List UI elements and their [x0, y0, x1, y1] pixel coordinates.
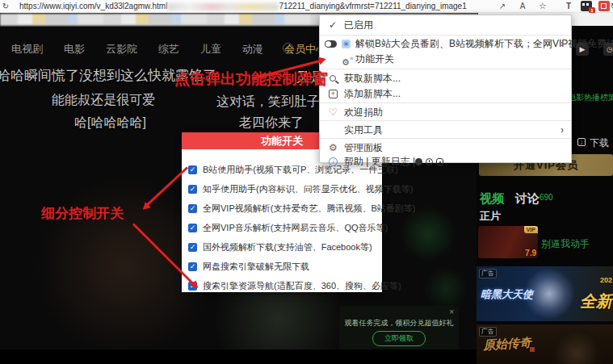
reward-toast: × 观看任务完成，领积分兑超值好礼 立即领取: [339, 306, 459, 349]
discuss-count-badge: 690: [540, 193, 553, 202]
menu-item-add-script[interactable]: + 添加新脚本...: [320, 87, 571, 101]
ad-silhouette: [548, 329, 605, 364]
switch-row[interactable]: ✓全网VIP音乐解析(支持网易云音乐、QQ音乐等): [188, 221, 388, 234]
danmaku-comment: 这对话，笑到肚子: [216, 94, 320, 111]
download-icon[interactable]: ↓: [577, 138, 586, 146]
ad-game-title: 暗黑大天使: [481, 287, 533, 302]
search-icon: [330, 75, 336, 82]
nav-item-anime[interactable]: 动漫: [242, 42, 263, 56]
menu-item-label: 功能开关: [355, 52, 394, 66]
read-aloud-icon[interactable]: A: [517, 1, 528, 11]
tampermonkey-icon[interactable]: 1: [581, 1, 592, 11]
checkbox-checked-icon[interactable]: ✓: [188, 165, 197, 174]
ad-seal-mark: [530, 347, 535, 352]
switch-row[interactable]: ✓国外视频解析下载(支持油管、Facebook等): [188, 241, 372, 253]
menu-item-label: 管理面板: [344, 141, 383, 155]
checkbox-checked-icon[interactable]: ✓: [188, 243, 197, 252]
annotation-switch-hint: 细分控制开关: [41, 204, 124, 223]
ad-banner-legend[interactable]: 广告 原始传奇: [477, 324, 613, 364]
tab-discuss[interactable]: 讨论: [515, 191, 540, 207]
ad-tag: 广告: [479, 327, 497, 337]
nav-item-cloud-cinema[interactable]: 云影院: [106, 42, 137, 56]
screen: ↻ https://www.iqiyi.com/v_kd33l2agmw.htm…: [0, 0, 613, 364]
vip-badge: VIP: [524, 226, 538, 233]
switch-row[interactable]: ✓网盘搜索引擎破解无限下载: [188, 260, 309, 273]
nav-item-kids[interactable]: 儿童: [200, 42, 221, 56]
switch-label: 网盘搜索引擎破解无限下载: [203, 261, 309, 273]
plus-square-icon: +: [329, 90, 338, 98]
download-button[interactable]: 下载: [590, 136, 609, 150]
github-icon[interactable]: [415, 158, 422, 165]
favorites-icon[interactable]: ☆: [537, 1, 548, 11]
script-name-label: 解锁B站大会员番剧、B站视频解析下载；全网VIP视频免费破...: [355, 37, 613, 51]
checkbox-checked-icon[interactable]: ✓: [188, 224, 197, 232]
movie-thumbnail[interactable]: VIP 7.9: [478, 226, 538, 258]
claim-button[interactable]: 立即领取: [372, 331, 426, 346]
danmaku-comment: 哈[哈哈哈哈]: [74, 115, 146, 132]
nav-chevron-down-icon[interactable]: ˅: [283, 43, 293, 53]
menu-item-help[interactable]: i 帮助 | 更新日志 |: [320, 155, 571, 169]
ad-banner-dark-angel[interactable]: 广告 暗黑大天使 全新 202: [477, 266, 613, 321]
site-nav: 电视剧 电影 云影院 综艺 儿童 动漫 会员中心: [11, 42, 326, 56]
scene-bokeh-2: [424, 266, 468, 311]
share-icon[interactable]: ↗: [497, 1, 508, 11]
check-icon: ✓: [329, 19, 337, 32]
rating-value: 7.9: [525, 249, 536, 257]
menu-item-label: 获取新脚本...: [344, 72, 401, 86]
hot-rank-link[interactable]: 电影热播榜第: [568, 92, 613, 103]
menu-item-donate[interactable]: ♡ 欢迎捐助: [320, 106, 571, 119]
annotation-popup-hint: 点击弹出功能控制弹窗: [174, 69, 328, 90]
gear-icon: ⚙: [329, 141, 338, 155]
ad-tag: 广告: [479, 269, 497, 278]
browser-address-bar[interactable]: ↻ https://www.iqiyi.com/v_kd33l2agmw.htm…: [0, 0, 613, 13]
switch-label: 搜索引擎资源导航(适配百度、360、搜狗、必应等): [203, 280, 401, 292]
gears-icon: ⚙: [342, 53, 352, 69]
toast-text: 观看任务完成，领积分兑超值好礼: [339, 318, 459, 328]
switch-row[interactable]: ✓全网VIP视频解析(支持爱奇艺、腾讯视频、B站番剧等): [188, 202, 415, 215]
ad-game-title: 原始传奇: [482, 335, 531, 354]
userscript-icon: ✳: [342, 40, 351, 48]
collections-icon[interactable]: ↻: [608, 1, 613, 11]
switch-row[interactable]: ✓知乎使用助手(内容标识、问答显示优化、视频下载等): [188, 182, 413, 195]
section-title: 正片: [480, 209, 501, 224]
heart-icon: ♡: [329, 106, 338, 119]
nav-item-variety[interactable]: 综艺: [158, 42, 179, 56]
switch-label: 全网VIP音乐解析(支持网易云音乐、QQ音乐等): [203, 222, 388, 234]
close-icon[interactable]: ×: [449, 308, 454, 316]
url-censored-blur: [167, 3, 279, 10]
nav-item-tv[interactable]: 电视剧: [11, 42, 43, 56]
switch-label: 国外视频解析下载(支持油管、Facebook等): [203, 241, 372, 253]
help-changelog-label: 帮助 | 更新日志 |: [344, 155, 415, 169]
extension-t-icon[interactable]: T: [563, 1, 574, 11]
menu-item-label: 实用工具: [344, 123, 383, 137]
ad-corner-text: 202: [600, 276, 612, 284]
tampermonkey-menu: ✓ 已启用 ✳ 解锁B站大会员番剧、B站视频解析下载；全网VIP视频免费破...…: [319, 15, 572, 163]
menu-item-script[interactable]: ✳ 解锁B站大会员番剧、B站视频解析下载；全网VIP视频免费破... ›: [320, 37, 571, 51]
checkbox-checked-icon[interactable]: ✓: [188, 185, 197, 194]
tab-video[interactable]: 视频: [480, 191, 504, 207]
ad-big-text: 全新: [580, 291, 612, 312]
switch-row[interactable]: ✓搜索引擎资源导航(适配百度、360、搜狗、必应等): [188, 279, 401, 292]
movie-title-link[interactable]: 别逼我动手: [541, 237, 590, 251]
info-icon: i: [329, 157, 338, 166]
checkbox-checked-icon[interactable]: ✓: [188, 262, 197, 271]
menu-item-label: 添加新脚本...: [344, 87, 401, 101]
submenu-chevron-icon: ›: [561, 37, 564, 51]
reload-icon[interactable]: ↻: [0, 1, 11, 11]
checkbox-checked-icon[interactable]: ✓: [188, 204, 197, 213]
menu-item-dashboard[interactable]: ⚙ 管理面板: [320, 141, 571, 155]
switch-label: 知乎使用助手(内容标识、问答显示优化、视频下载等): [203, 183, 413, 195]
history-icon[interactable]: [426, 158, 433, 165]
menu-item-label: 已启用: [344, 19, 373, 32]
url-text[interactable]: https://www.iqiyi.com/v_kd33l2agmw.html7…: [19, 2, 467, 10]
toggle-on-icon[interactable]: [325, 40, 337, 48]
nav-item-movie[interactable]: 电影: [64, 42, 85, 56]
menu-item-get-scripts[interactable]: 获取新脚本...: [320, 72, 571, 86]
website-icon[interactable]: [436, 158, 443, 165]
menu-item-enabled[interactable]: ✓ 已启用: [320, 19, 571, 32]
submenu-chevron-icon: ›: [561, 123, 564, 137]
switch-label: 全网VIP视频解析(支持爱奇艺、腾讯视频、B站番剧等): [203, 203, 415, 215]
menu-item-utilities[interactable]: 实用工具 ›: [320, 123, 571, 137]
player-bottom-strip: [0, 349, 477, 364]
menu-item-feature-switch[interactable]: ⚙ 功能开关: [320, 52, 571, 66]
